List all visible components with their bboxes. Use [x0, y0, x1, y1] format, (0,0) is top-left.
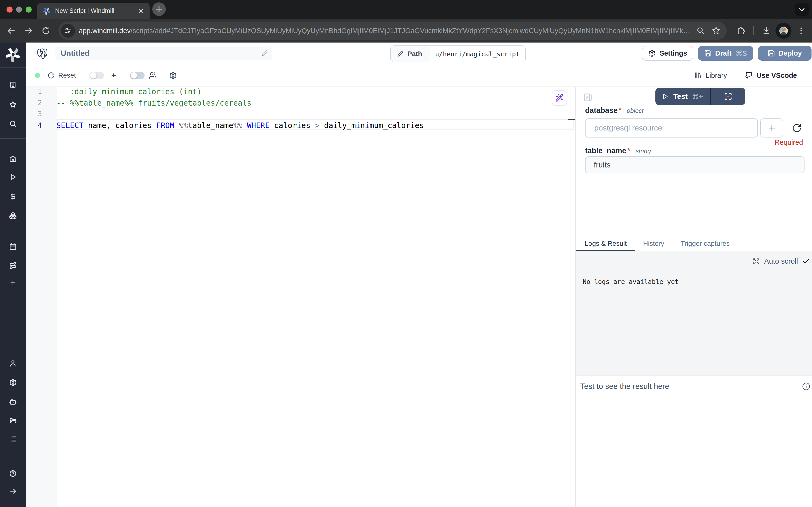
code-area[interactable]: -- :daily_minimum_calories (int)-- %%tab…	[57, 87, 575, 507]
sidebar-item-favorites[interactable]	[0, 95, 26, 114]
edit-title-pencil-icon[interactable]	[261, 50, 268, 57]
library-button[interactable]: Library	[694, 71, 727, 79]
zoom-icon[interactable]	[693, 23, 708, 39]
capture-test-button[interactable]	[711, 88, 745, 105]
sidebar-item-schedules[interactable]	[0, 237, 26, 256]
sidebar-item-resources[interactable]	[0, 206, 26, 225]
sidebar-item-workspace[interactable]	[0, 75, 26, 95]
deploy-label: Deploy	[778, 49, 802, 57]
sidebar-item-add[interactable]	[0, 273, 26, 292]
sidebar-item-home[interactable]	[0, 149, 26, 168]
autoscroll-control[interactable]: Auto scroll	[753, 257, 810, 265]
ai-assistant-button[interactable]	[552, 90, 567, 106]
address-bar[interactable]: app.windmill.dev/scripts/add#JTdCJTIyaGF…	[58, 21, 727, 40]
database-placeholder: postgresql resource	[594, 123, 662, 132]
draft-label: Draft	[715, 49, 732, 57]
code-editor[interactable]: 1234 -- :daily_minimum_calories (int)-- …	[26, 87, 575, 507]
expand-icon[interactable]	[753, 258, 760, 265]
browser-toolbar: app.windmill.dev/scripts/add#JTdCJTIyaGF…	[0, 19, 812, 43]
sidebar-item-runs[interactable]	[0, 167, 26, 186]
extensions-puzzle-icon[interactable]	[732, 22, 749, 39]
code-line: SELECT name, calories FROM %%table_name%…	[56, 120, 424, 131]
library-label: Library	[706, 71, 727, 79]
line-number: 1	[38, 86, 42, 97]
result-pane: Test to see the result here	[576, 376, 812, 507]
sidebar-item-expand[interactable]	[0, 482, 26, 501]
editor-settings-gear-icon[interactable]	[169, 71, 177, 79]
sidebar-item-triggers[interactable]	[0, 256, 26, 275]
zoom-window-button[interactable]	[25, 6, 32, 12]
add-resource-button[interactable]	[760, 118, 783, 137]
test-button[interactable]: Test ⌘↵	[655, 88, 711, 105]
test-args-pane: Test ⌘↵ database* object pos	[576, 87, 812, 236]
path-label: Path	[391, 46, 429, 62]
info-icon[interactable]	[802, 382, 810, 391]
collapse-panel-icon[interactable]	[583, 93, 592, 102]
tab-search-chevron-button[interactable]	[795, 3, 809, 16]
sidebar-divider	[0, 67, 26, 68]
windmill-favicon	[42, 6, 51, 15]
browser-tab[interactable]: New Script | Windmill	[37, 3, 150, 19]
close-window-button[interactable]	[6, 6, 12, 12]
settings-button[interactable]: Settings	[642, 46, 693, 61]
sidebar-item-logs[interactable]	[0, 429, 26, 449]
overview-ruler	[568, 87, 568, 507]
code-line: -- %%table_name%% fruits/vegetables/cere…	[56, 97, 251, 109]
sidebar-item-user[interactable]	[0, 353, 26, 373]
table-name-field-label: table_name* string	[585, 147, 812, 155]
browser-actions	[732, 22, 808, 39]
tab-close-icon[interactable]	[137, 7, 145, 15]
table-name-input[interactable]: fruits	[585, 156, 805, 173]
test-shortcut: ⌘↵	[692, 93, 704, 101]
minimize-window-button[interactable]	[16, 6, 22, 12]
site-settings-icon[interactable]	[61, 24, 75, 38]
status-dot	[35, 73, 40, 78]
script-title-input[interactable]: Untitled	[55, 47, 272, 60]
panel-tab-logs-result[interactable]: Logs & Result	[576, 236, 635, 251]
new-tab-button[interactable]	[152, 2, 166, 16]
tab-title: New Script | Windmill	[55, 7, 137, 14]
refresh-resources-button[interactable]	[792, 123, 802, 133]
toolbar-right-actions: Library Use VScode	[694, 71, 804, 79]
app-sidebar	[0, 43, 26, 507]
path-value[interactable]: u/henri/magical_script	[429, 46, 526, 62]
sidebar-item-variables[interactable]	[0, 186, 26, 206]
library-icon	[694, 71, 702, 79]
diff-toggle[interactable]	[90, 72, 104, 79]
logs-pane: Auto scroll No logs are available yet	[576, 251, 812, 376]
multiplayer-toggle[interactable]	[130, 72, 144, 79]
reset-button[interactable]: Reset	[48, 71, 76, 79]
required-star: *	[627, 147, 630, 155]
windmill-logo[interactable]	[5, 46, 21, 63]
bookmark-star-icon[interactable]	[708, 23, 724, 39]
refresh-icon	[792, 123, 802, 133]
focus-capture-icon	[724, 92, 732, 101]
deploy-button[interactable]: Deploy	[758, 46, 812, 61]
downloads-icon[interactable]	[758, 22, 775, 39]
overview-ruler-cursor-mark	[568, 119, 575, 120]
browser-chrome: New Script | Windmill	[0, 0, 812, 43]
no-logs-text: No logs are available yet	[583, 278, 679, 285]
sidebar-divider	[0, 138, 26, 139]
settings-label: Settings	[659, 49, 687, 57]
sidebar-item-workers[interactable]	[0, 392, 26, 411]
browser-menu-icon[interactable]	[794, 22, 808, 39]
back-button[interactable]	[2, 22, 20, 39]
database-resource-input[interactable]: postgresql resource	[585, 118, 758, 137]
draft-button[interactable]: Draft ⌘S	[698, 46, 753, 61]
reload-button[interactable]	[37, 22, 55, 39]
sidebar-item-help[interactable]	[0, 464, 26, 483]
use-vscode-button[interactable]: Use VScode	[745, 71, 797, 79]
required-star: *	[619, 106, 621, 115]
sidebar-item-settings[interactable]	[0, 373, 26, 392]
path-widget[interactable]: Path u/henri/magical_script	[390, 45, 526, 62]
panel-tab-trigger-captures[interactable]: Trigger captures	[672, 236, 738, 251]
toolbar-divider	[753, 26, 754, 35]
check-icon	[802, 258, 810, 265]
field-name: table_name	[585, 147, 626, 155]
sidebar-item-search[interactable]	[0, 114, 26, 133]
sidebar-item-folders[interactable]	[0, 411, 26, 431]
profile-avatar[interactable]	[775, 23, 792, 39]
panel-tab-history[interactable]: History	[635, 236, 672, 251]
forward-button[interactable]	[20, 22, 37, 39]
